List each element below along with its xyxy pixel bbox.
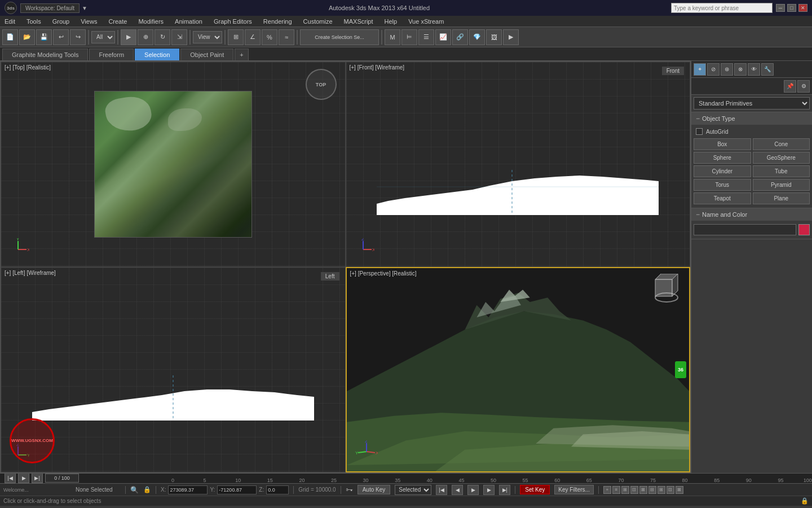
key-filters-button[interactable]: Key Filters... [554,485,594,494]
pyramid-button[interactable]: Pyramid [753,179,810,191]
anim-next-key[interactable]: ▶| [499,485,510,495]
prev-frame-btn[interactable]: |◀ [5,473,16,483]
frame-input[interactable] [45,474,79,483]
geosphere-button[interactable]: GeoSphere [753,152,810,164]
tab-graphite[interactable]: Graphite Modeling Tools [2,49,88,60]
snap-toggle[interactable]: ⊞ [228,29,244,45]
motion-tab-icon[interactable]: ⊗ [734,63,747,76]
viewport-perspective[interactable]: [+] [Perspective] [Realistic] [346,267,691,472]
move-tool[interactable]: ⊕ [138,29,153,45]
menu-vue-xstream[interactable]: Vue xStream [406,18,446,25]
menu-modifiers[interactable]: Modifiers [136,18,166,25]
color-swatch[interactable] [798,224,810,235]
tab-freeform[interactable]: Freeform [89,49,134,60]
y-input[interactable] [217,485,257,494]
name-color-header[interactable]: − Name and Color [691,208,812,221]
search-input[interactable] [671,3,773,13]
menu-edit[interactable]: Edit [2,18,17,25]
render[interactable]: ▶ [503,29,519,45]
create-tab-icon[interactable]: ✦ [694,63,706,76]
menu-animation[interactable]: Animation [173,18,205,25]
add-time-tag-btn[interactable]: + [603,486,611,494]
material-editor[interactable]: 💎 [469,29,485,45]
angle-snap[interactable]: ∠ [245,29,261,45]
autokey-button[interactable]: Auto Key [358,485,391,494]
name-input-field[interactable] [694,224,796,235]
viewport-left[interactable]: [+] [Left] [Wireframe] Left Y Z WWW.UGSN… [1,267,346,472]
status-icon-6[interactable]: ⊞ [657,486,665,494]
tab-object-paint[interactable]: Object Paint [180,49,233,60]
viewport-front[interactable]: [+] [Front] [Wireframe] Front X Z [346,62,691,267]
sphere-button[interactable]: Sphere [694,152,751,164]
anim-play[interactable]: ▶ [467,485,479,495]
viewport-36-button[interactable]: 36 [675,361,686,378]
menu-graph-editors[interactable]: Graph Editors [211,18,254,25]
menu-tools[interactable]: Tools [24,18,43,25]
status-icon-3[interactable]: ⊡ [630,486,638,494]
play-btn[interactable]: ▶ [18,473,29,483]
anim-prev-frame[interactable]: ◀ [452,485,463,495]
menu-group[interactable]: Group [50,18,72,25]
status-icon-5[interactable]: ⊟ [648,486,656,494]
maximize-button[interactable]: □ [787,4,796,12]
z-input[interactable] [266,485,289,494]
anim-next-frame[interactable]: ▶ [483,485,495,495]
menu-maxscript[interactable]: MAXScript [342,18,376,25]
minimize-button[interactable]: ─ [776,4,785,12]
spinner-snap[interactable]: ≈ [279,29,294,45]
status-icon-8[interactable]: ⊠ [676,486,683,494]
hierarchy-tab-icon[interactable]: ⊛ [721,63,733,76]
settings-icon[interactable]: ⚙ [797,80,810,93]
view-cube-top[interactable]: TOP [306,69,337,100]
menu-customize[interactable]: Customize [301,18,335,25]
autogrid-checkbox[interactable] [696,128,703,135]
standard-primitives-dropdown[interactable]: Standard Primitives [694,97,810,110]
select-tool[interactable]: ▶ [121,29,136,45]
curve-editor[interactable]: 📈 [435,29,451,45]
layer-manager[interactable]: ☰ [418,29,434,45]
percent-snap[interactable]: % [262,29,277,45]
tab-extra[interactable]: + [235,49,248,60]
viewport-perspective-label[interactable]: [+] [Perspective] [Realistic] [350,270,417,277]
cylinder-button[interactable]: Cylinder [694,165,751,177]
viewport-top-label[interactable]: [+] [Top] [Realistic] [5,64,51,71]
mirror-tool[interactable]: M [385,29,400,45]
x-input[interactable] [168,485,208,494]
rotate-tool[interactable]: ↻ [155,29,170,45]
viewport-front-label[interactable]: [+] [Front] [Wireframe] [350,64,405,71]
utilities-tab-icon[interactable]: 🔧 [761,63,774,76]
pin-icon[interactable]: 📌 [784,80,796,93]
viewport-top[interactable]: [+] [Top] [Realistic] TOP X Y [1,62,346,267]
cone-button[interactable]: Cone [753,138,810,150]
toolbar-new[interactable]: 📄 [2,29,18,45]
scale-tool[interactable]: ⇲ [171,29,187,45]
status-icon-4[interactable]: ⊠ [639,486,647,494]
align-tool[interactable]: ⊨ [401,29,417,45]
set-key-button[interactable]: Set Key [520,485,550,494]
teapot-button[interactable]: Teapot [694,192,751,204]
display-tab-icon[interactable]: 👁 [748,63,760,76]
schematic-view[interactable]: 🔗 [452,29,468,45]
next-frame-btn[interactable]: ▶| [32,473,43,483]
tube-button[interactable]: Tube [753,165,810,177]
selected-dropdown[interactable]: Selected [395,485,431,495]
view-dropdown[interactable]: View [193,31,222,43]
torus-button[interactable]: Torus [694,179,751,191]
plane-button[interactable]: Plane [753,192,810,204]
toolbar-open[interactable]: 📂 [19,29,35,45]
status-icon-2[interactable]: ⊞ [621,486,629,494]
status-icon-7[interactable]: ⊡ [667,486,674,494]
toolbar-undo[interactable]: ↩ [53,29,69,45]
render-setup[interactable]: 🖼 [486,29,502,45]
close-button[interactable]: ✕ [798,4,807,12]
box-button[interactable]: Box [694,138,751,150]
menu-create[interactable]: Create [106,18,129,25]
modify-tab-icon[interactable]: ⊘ [707,63,720,76]
object-type-header[interactable]: − Object Type [691,112,812,125]
filter-dropdown[interactable]: All [91,31,115,43]
toolbar-redo[interactable]: ↪ [70,29,86,45]
status-icon-1[interactable]: ≡ [612,486,620,494]
edit-named-select[interactable]: Create Selection Se... [300,29,379,45]
nav-cube-perspective[interactable] [650,274,683,308]
menu-help[interactable]: Help [382,18,400,25]
